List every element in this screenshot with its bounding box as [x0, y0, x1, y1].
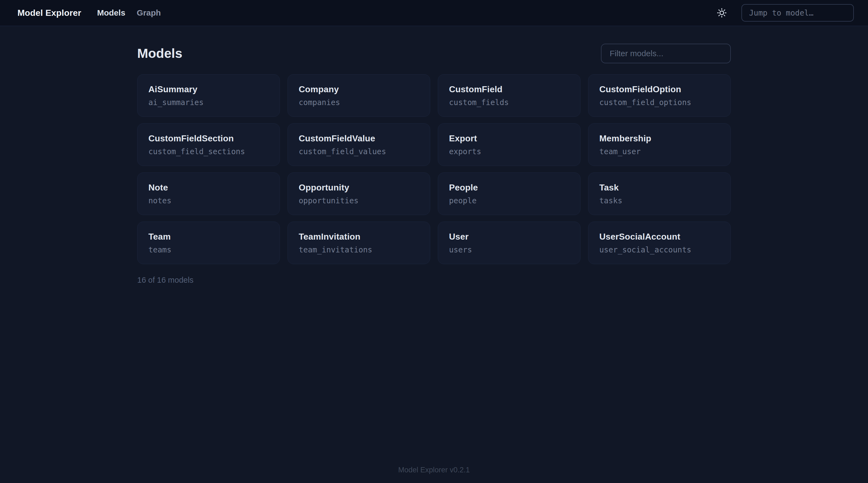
model-card[interactable]: AiSummary ai_summaries	[137, 74, 280, 117]
model-table-name: custom_field_sections	[148, 147, 269, 156]
nav-right	[715, 4, 854, 22]
model-card[interactable]: Company companies	[287, 74, 430, 117]
main-content: Models AiSummary ai_summaries Company co…	[0, 26, 868, 459]
model-name: People	[449, 182, 569, 193]
model-name: AiSummary	[148, 84, 269, 95]
model-card[interactable]: People people	[438, 173, 581, 215]
model-table-name: custom_field_options	[599, 98, 720, 107]
page-title: Models	[137, 46, 182, 61]
model-table-name: people	[449, 196, 569, 206]
model-name: Opportunity	[299, 182, 419, 193]
top-nav: Model Explorer Models Graph	[0, 0, 868, 26]
model-card[interactable]: CustomField custom_fields	[438, 74, 581, 117]
model-name: Company	[299, 84, 419, 95]
brand-title: Model Explorer	[18, 8, 81, 18]
model-name: Note	[148, 182, 269, 193]
model-name: Export	[449, 133, 569, 144]
model-card[interactable]: Export exports	[438, 123, 581, 166]
model-card[interactable]: User users	[438, 221, 581, 264]
model-card[interactable]: CustomFieldOption custom_field_options	[588, 74, 731, 117]
filter-models-input[interactable]	[601, 44, 731, 63]
model-table-name: user_social_accounts	[599, 245, 720, 254]
model-name: Team	[148, 231, 269, 242]
model-name: CustomFieldOption	[599, 84, 720, 95]
model-name: CustomField	[449, 84, 569, 95]
models-grid: AiSummary ai_summaries Company companies…	[137, 74, 731, 264]
model-card[interactable]: CustomFieldValue custom_field_values	[287, 123, 430, 166]
model-name: CustomFieldValue	[299, 133, 419, 144]
jump-to-model-input[interactable]	[741, 4, 854, 22]
sun-icon	[716, 7, 727, 18]
app-version-text: Model Explorer v0.2.1	[398, 466, 470, 474]
model-table-name: team_invitations	[299, 245, 419, 254]
theme-toggle-button[interactable]	[715, 6, 729, 20]
model-name: Task	[599, 182, 720, 193]
model-table-name: exports	[449, 147, 569, 156]
model-table-name: tasks	[599, 196, 720, 206]
nav-link-models[interactable]: Models	[97, 8, 125, 18]
models-count: 16 of 16 models	[137, 276, 731, 284]
model-name: TeamInvitation	[299, 231, 419, 242]
nav-links: Models Graph	[97, 8, 161, 18]
model-card[interactable]: Team teams	[137, 221, 280, 264]
model-card[interactable]: Task tasks	[588, 173, 731, 215]
model-card[interactable]: CustomFieldSection custom_field_sections	[137, 123, 280, 166]
nav-left: Model Explorer Models Graph	[18, 8, 161, 18]
model-table-name: custom_fields	[449, 98, 569, 107]
model-table-name: team_user	[599, 147, 720, 156]
model-name: CustomFieldSection	[148, 133, 269, 144]
model-card[interactable]: Note notes	[137, 173, 280, 215]
model-name: User	[449, 231, 569, 242]
model-name: Membership	[599, 133, 720, 144]
model-card[interactable]: TeamInvitation team_invitations	[287, 221, 430, 264]
model-table-name: custom_field_values	[299, 147, 419, 156]
footer: Model Explorer v0.2.1	[0, 459, 868, 483]
model-table-name: ai_summaries	[148, 98, 269, 107]
model-table-name: teams	[148, 245, 269, 254]
model-table-name: users	[449, 245, 569, 254]
model-card[interactable]: Opportunity opportunities	[287, 173, 430, 215]
model-card[interactable]: UserSocialAccount user_social_accounts	[588, 221, 731, 264]
nav-link-graph[interactable]: Graph	[137, 8, 161, 18]
model-card[interactable]: Membership team_user	[588, 123, 731, 166]
model-name: UserSocialAccount	[599, 231, 720, 242]
model-table-name: companies	[299, 98, 419, 107]
model-table-name: notes	[148, 196, 269, 206]
model-table-name: opportunities	[299, 196, 419, 206]
app-root: Model Explorer Models Graph Models	[0, 0, 868, 483]
page-header: Models	[137, 44, 731, 63]
